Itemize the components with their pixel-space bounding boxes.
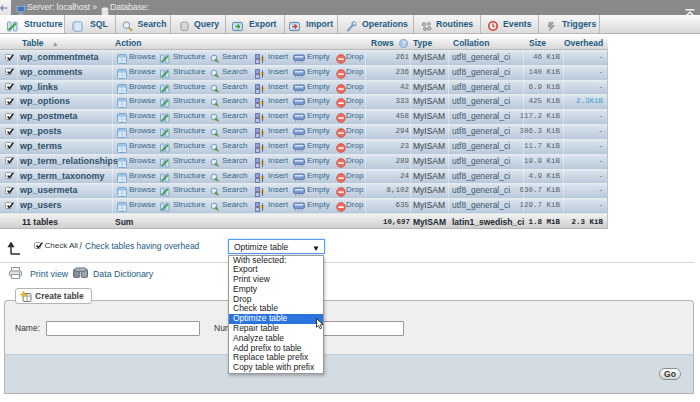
svg-text:?: ? — [401, 40, 405, 47]
